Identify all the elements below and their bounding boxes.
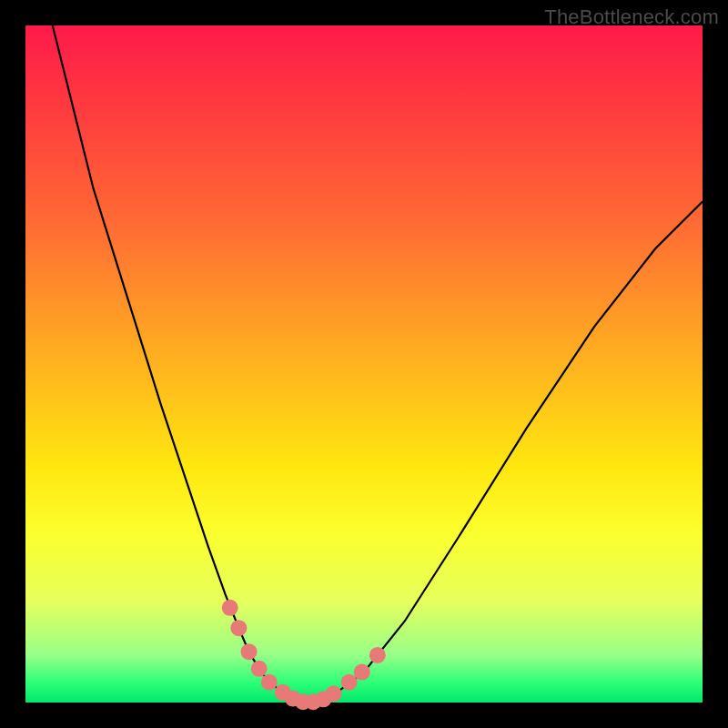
watermark-text: TheBottleneck.com [544,5,719,29]
data-marker [341,674,358,691]
data-marker [326,685,342,702]
curve-markers [222,600,386,710]
bottleneck-curve [53,25,703,703]
chart-svg [25,25,703,703]
chart-frame [25,25,703,703]
data-marker [241,643,258,660]
data-marker [251,661,268,677]
data-marker [261,674,278,691]
data-marker [222,600,238,616]
data-marker [369,647,386,663]
data-marker [354,664,370,681]
data-marker [230,620,247,636]
